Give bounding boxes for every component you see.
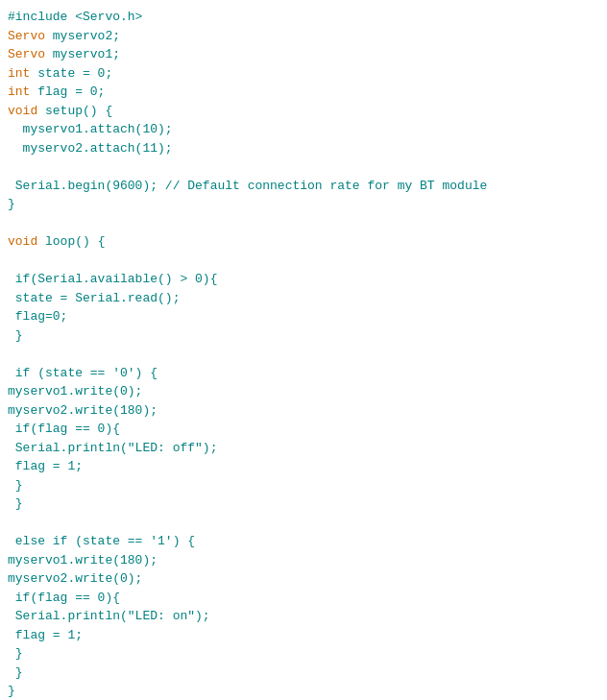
code-token: setup() { <box>37 104 112 118</box>
code-token: myservo1.write(0); <box>8 384 142 398</box>
code-line: state = Serial.read(); <box>4 289 603 308</box>
code-token: } <box>8 665 23 680</box>
code-line: } <box>4 682 603 700</box>
code-token: Serial.begin(9600); // Default connectio… <box>8 179 487 193</box>
code-line: } <box>4 326 603 346</box>
code-line: myservo2.attach(11); <box>4 139 603 158</box>
code-token: state = Serial.read(); <box>8 291 180 305</box>
code-token: } <box>8 646 23 661</box>
code-line: if(flag == 0){ <box>4 589 603 608</box>
code-line: if (state == '0') { <box>4 364 603 383</box>
code-token: myservo2.write(0); <box>8 571 142 586</box>
code-line: myservo1.write(0); <box>4 382 603 401</box>
code-token: Servo <box>8 29 45 43</box>
code-line: myservo2.write(180); <box>4 401 603 421</box>
code-token: else if (state == '1') { <box>8 534 195 548</box>
code-token: void <box>8 104 37 118</box>
code-token: flag = 1; <box>8 459 83 473</box>
code-token: int <box>8 66 30 81</box>
code-token: } <box>8 496 23 511</box>
code-token: } <box>8 478 23 493</box>
code-token: state = 0; <box>30 66 112 81</box>
code-line <box>4 214 603 233</box>
code-token: myservo2.write(180); <box>8 403 158 418</box>
code-line: } <box>4 644 603 664</box>
code-editor: #include <Servo.h>Servo myservo2;Servo m… <box>0 0 607 700</box>
code-line: int state = 0; <box>4 64 603 84</box>
code-token: flag = 1; <box>8 628 83 642</box>
code-line: Servo myservo1; <box>4 45 603 64</box>
code-token: loop() { <box>37 234 105 249</box>
code-token: Serial.println("LED: off"); <box>8 441 217 455</box>
code-line: void setup() { <box>4 102 603 121</box>
code-token: if(Serial.available() > 0){ <box>8 272 217 286</box>
code-token: } <box>8 684 15 698</box>
code-line: int flag = 0; <box>4 83 603 102</box>
code-token: flag = 0; <box>30 84 105 99</box>
code-line: myservo1.write(180); <box>4 551 603 570</box>
code-token: void <box>8 234 37 249</box>
code-token: } <box>8 197 15 211</box>
code-line: myservo1.attach(10); <box>4 120 603 139</box>
code-token: flag=0; <box>8 309 67 324</box>
code-line: Servo myservo2; <box>4 27 603 46</box>
code-token: myservo2.attach(11); <box>8 141 173 156</box>
code-line: } <box>4 476 603 495</box>
code-token: myservo1; <box>45 47 120 61</box>
code-line: flag=0; <box>4 307 603 326</box>
code-token: int <box>8 84 30 99</box>
code-token: Serial.println("LED: on"); <box>8 609 210 623</box>
code-token: if(flag == 0){ <box>8 591 120 605</box>
code-line: if(Serial.available() > 0){ <box>4 270 603 289</box>
code-line: #include <Servo.h> <box>4 8 603 27</box>
code-line: } <box>4 664 603 683</box>
code-token: if(flag == 0){ <box>8 422 120 436</box>
code-line: } <box>4 495 603 514</box>
code-line: else if (state == '1') { <box>4 532 603 551</box>
code-line: } <box>4 195 603 214</box>
code-token: if (state == '0') { <box>8 366 158 380</box>
code-line: Serial.begin(9600); // Default connectio… <box>4 177 603 196</box>
code-line: myservo2.write(0); <box>4 569 603 589</box>
code-token: Servo <box>8 47 45 61</box>
code-line: void loop() { <box>4 232 603 252</box>
code-token: myservo1.write(180); <box>8 553 158 567</box>
code-line: if(flag == 0){ <box>4 420 603 439</box>
code-token: } <box>8 328 23 343</box>
code-line <box>4 252 603 271</box>
code-line <box>4 514 603 533</box>
code-line: flag = 1; <box>4 626 603 645</box>
code-token: myservo2; <box>45 29 120 43</box>
code-line: Serial.println("LED: off"); <box>4 439 603 458</box>
code-line: flag = 1; <box>4 457 603 476</box>
code-line: Serial.println("LED: on"); <box>4 607 603 626</box>
code-token: #include <Servo.h> <box>8 10 142 24</box>
code-line <box>4 157 603 177</box>
code-token: myservo1.attach(10); <box>8 122 173 136</box>
code-line <box>4 345 603 364</box>
